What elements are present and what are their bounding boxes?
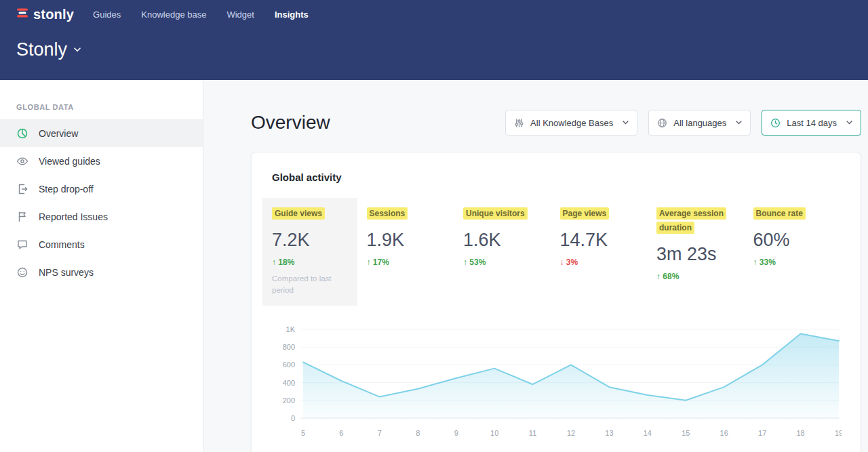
overview-icon — [16, 127, 28, 140]
metric-average-session-duration[interactable]: Average session duration 3m 23s ↑ 68% — [647, 198, 744, 306]
svg-text:11: 11 — [529, 429, 536, 437]
metric-value: 3m 23s — [656, 244, 734, 265]
sidebar-item-overview[interactable]: Overview — [0, 119, 203, 147]
metric-delta-value: 18% — [278, 258, 294, 267]
sidebar-item-comments[interactable]: Comments — [0, 230, 203, 258]
metric-unique-visitors[interactable]: Unique visitors 1.6K ↑ 53% — [454, 198, 551, 306]
globe-icon — [657, 118, 667, 128]
arrow-up-icon: ↑ — [753, 258, 757, 267]
metric-bounce-rate[interactable]: Bounce rate 60% ↑ 33% — [744, 198, 841, 306]
svg-text:1K: 1K — [286, 325, 296, 333]
sidebar-item-label: Reported Issues — [39, 211, 108, 222]
metric-label: Average session duration — [656, 207, 726, 234]
comment-icon — [16, 239, 28, 251]
svg-text:6: 6 — [339, 429, 343, 437]
metric-value: 1.6K — [463, 230, 541, 251]
metric-delta: ↑ 33% — [753, 258, 831, 267]
metric-value: 14.7K — [560, 230, 638, 251]
metric-value: 60% — [753, 230, 831, 251]
svg-text:16: 16 — [720, 429, 728, 437]
svg-text:400: 400 — [283, 378, 295, 386]
stonly-logo[interactable]: stonly — [16, 7, 74, 22]
sidebar-item-label: Comments — [39, 239, 85, 250]
metric-value: 1.9K — [367, 230, 445, 251]
sidebar-item-label: Step drop-off — [39, 184, 94, 194]
nav-item-knowledge-base[interactable]: Knowledge base — [141, 9, 206, 20]
nav-items: Guides Knowledge base Widget Insights — [93, 9, 309, 20]
metric-label: Page views — [560, 207, 610, 220]
svg-text:200: 200 — [283, 396, 295, 404]
languages-filter-value: All languages — [673, 118, 726, 128]
metric-label: Unique visitors — [463, 207, 528, 220]
metric-note: Compared to last period — [272, 273, 348, 297]
metric-guide-views[interactable]: Guide views 7.2K ↑ 18% Compared to last … — [262, 198, 357, 306]
sidebar-section-label: GLOBAL DATA — [0, 103, 203, 111]
svg-text:5: 5 — [301, 429, 305, 437]
metric-label: Guide views — [272, 207, 325, 220]
chevron-down-icon — [846, 121, 852, 125]
global-activity-card: Global activity Guide views 7.2K ↑ 18% C… — [251, 152, 861, 452]
global-activity-chart: 02004006008001K5678910111213141516171819 — [272, 323, 840, 442]
svg-text:600: 600 — [283, 361, 295, 369]
svg-text:7: 7 — [378, 429, 382, 437]
metric-value: 7.2K — [272, 230, 348, 251]
nav-item-widget[interactable]: Widget — [226, 9, 254, 20]
date-range-filter[interactable]: Last 14 days — [762, 110, 861, 136]
metric-page-views[interactable]: Page views 14.7K ↓ 3% — [551, 198, 648, 306]
svg-text:9: 9 — [454, 429, 458, 437]
card-title: Global activity — [272, 171, 840, 183]
svg-text:8: 8 — [416, 429, 420, 437]
sidebar-item-label: NPS surveys — [39, 267, 94, 278]
stonly-logo-icon — [16, 7, 28, 22]
sidebar-item-label: Viewed guides — [39, 156, 100, 167]
sidebar-item-step-drop-off[interactable]: Step drop-off — [0, 175, 203, 203]
workspace-selector[interactable]: Stonly — [16, 39, 81, 60]
sidebar-item-reported-issues[interactable]: Reported Issues — [0, 203, 203, 230]
svg-text:800: 800 — [283, 343, 295, 351]
sidebar-item-viewed-guides[interactable]: Viewed guides — [0, 147, 203, 175]
metric-delta-value: 3% — [566, 258, 578, 267]
metric-delta-value: 53% — [469, 258, 486, 267]
svg-text:0: 0 — [291, 414, 295, 422]
knowledge-bases-filter[interactable]: All Knowledge Bases — [505, 110, 637, 136]
sidebar-item-nps-surveys[interactable]: NPS surveys — [0, 258, 203, 286]
eye-icon — [16, 155, 28, 167]
metric-sessions[interactable]: Sessions 1.9K ↑ 17% — [357, 198, 454, 306]
svg-text:14: 14 — [644, 429, 652, 437]
metric-delta: ↑ 18% — [272, 258, 348, 267]
filters: All Knowledge Bases All languages — [505, 110, 861, 136]
languages-filter[interactable]: All languages — [648, 110, 751, 136]
sidebar: GLOBAL DATA Overview Viewed guides Step … — [0, 80, 203, 452]
smiley-icon — [16, 266, 28, 279]
clock-icon — [770, 118, 781, 128]
nav-item-guides[interactable]: Guides — [93, 9, 121, 20]
arrow-up-icon: ↑ — [272, 258, 276, 267]
date-range-filter-value: Last 14 days — [787, 118, 837, 128]
svg-text:12: 12 — [567, 429, 575, 437]
arrow-up-icon: ↑ — [656, 272, 660, 281]
chevron-down-icon — [623, 121, 629, 125]
chevron-down-icon — [736, 121, 742, 125]
metric-delta-value: 33% — [760, 258, 776, 267]
metrics-row: Guide views 7.2K ↑ 18% Compared to last … — [262, 198, 840, 306]
page-title: Overview — [251, 112, 330, 133]
metric-label: Sessions — [367, 207, 408, 220]
metric-delta-value: 68% — [663, 272, 679, 281]
knowledge-bases-filter-value: All Knowledge Bases — [530, 118, 613, 128]
arrow-up-icon: ↑ — [367, 258, 371, 267]
stonly-logo-text: stonly — [33, 7, 74, 22]
area-chart: 02004006008001K5678910111213141516171819 — [272, 323, 842, 442]
nav-item-insights[interactable]: Insights — [275, 9, 309, 20]
metric-delta: ↑ 68% — [656, 272, 734, 281]
workspace-name: Stonly — [16, 39, 67, 60]
step-dropoff-icon — [16, 183, 28, 195]
main-content: Overview All Knowledge Bases All languag… — [203, 80, 868, 452]
metric-delta: ↑ 53% — [463, 258, 541, 267]
svg-text:18: 18 — [796, 429, 804, 437]
arrow-down-icon: ↓ — [560, 258, 564, 267]
svg-text:17: 17 — [758, 429, 766, 437]
metric-label: Bounce rate — [753, 207, 806, 220]
flag-icon — [16, 211, 28, 223]
sidebar-item-label: Overview — [39, 128, 78, 139]
svg-text:15: 15 — [682, 429, 690, 437]
